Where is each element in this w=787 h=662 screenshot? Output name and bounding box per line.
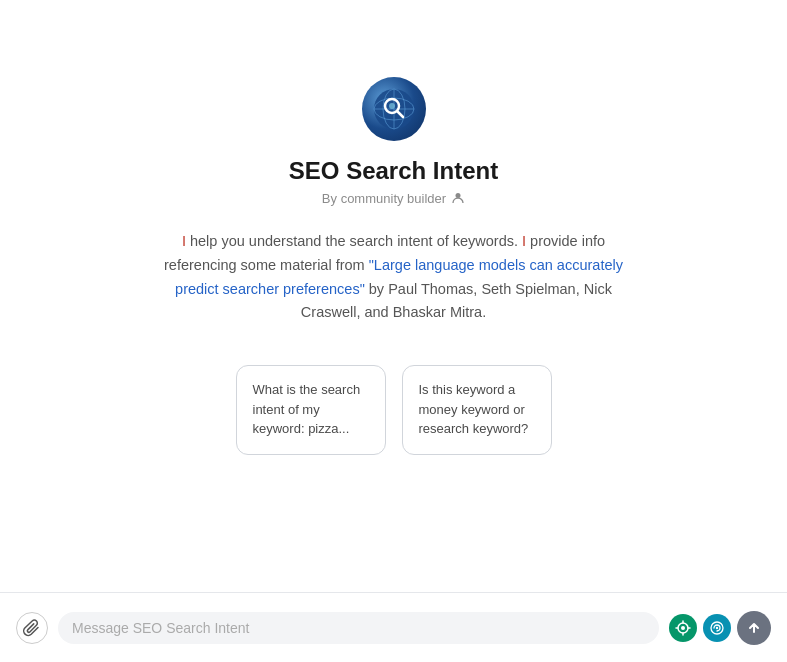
bottom-bar bbox=[0, 592, 787, 662]
suggestion-card-1[interactable]: What is the search intent of my keyword:… bbox=[236, 365, 386, 455]
app-title: SEO Search Intent bbox=[289, 157, 498, 185]
suggestion-text-1: What is the search intent of my keyword:… bbox=[253, 382, 361, 436]
person-icon bbox=[451, 191, 465, 205]
description: I help you understand the search intent … bbox=[154, 230, 634, 326]
by-label: By community builder bbox=[322, 191, 446, 206]
send-button[interactable] bbox=[737, 611, 771, 645]
avatar-container bbox=[362, 77, 426, 141]
message-input[interactable] bbox=[72, 620, 645, 636]
input-area bbox=[58, 612, 659, 644]
svg-point-15 bbox=[716, 626, 718, 628]
suggestions-row: What is the search intent of my keyword:… bbox=[236, 365, 552, 455]
desc-text1: help you understand the search intent of… bbox=[186, 233, 522, 249]
svg-point-8 bbox=[456, 193, 461, 198]
main-content: SEO Search Intent By community builder I… bbox=[0, 0, 787, 592]
by-line: By community builder bbox=[322, 191, 465, 206]
svg-point-10 bbox=[681, 626, 685, 630]
avatar bbox=[362, 77, 426, 141]
green-icon-button[interactable] bbox=[669, 614, 697, 642]
suggestion-text-2: Is this keyword a money keyword or resea… bbox=[419, 382, 529, 436]
suggestion-card-2[interactable]: Is this keyword a money keyword or resea… bbox=[402, 365, 552, 455]
right-icons bbox=[669, 611, 771, 645]
teal-icon-button[interactable] bbox=[703, 614, 731, 642]
attach-button[interactable] bbox=[16, 612, 48, 644]
svg-point-7 bbox=[389, 103, 395, 109]
